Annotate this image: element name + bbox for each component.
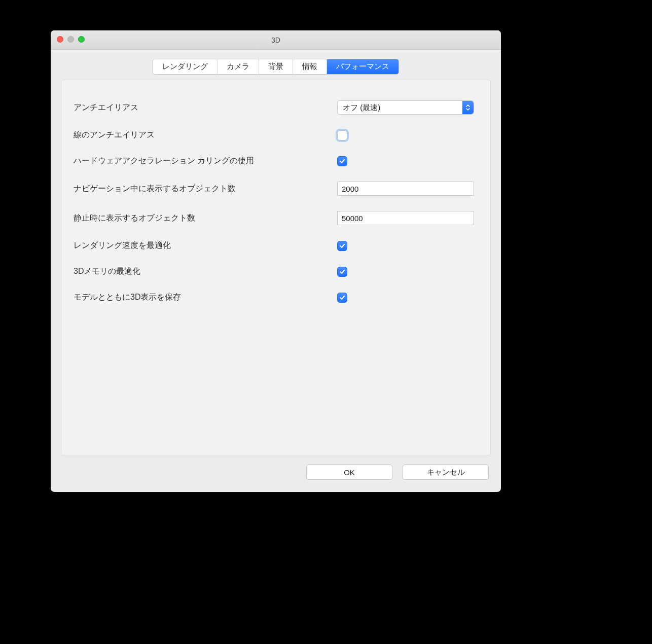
tab-performance[interactable]: パフォーマンス — [327, 59, 399, 74]
titlebar: 3D — [51, 30, 501, 50]
antialias-label: アンチエイリアス — [74, 102, 337, 113]
optimize-render-label: レンダリング速度を最適化 — [74, 240, 337, 251]
line-antialias-checkbox[interactable] — [337, 130, 347, 140]
save-display-checkbox[interactable] — [337, 293, 347, 303]
antialias-select[interactable]: オフ (最速) — [337, 100, 474, 115]
optimize-render-checkbox[interactable] — [337, 241, 347, 251]
zoom-icon[interactable] — [78, 36, 85, 43]
close-icon[interactable] — [57, 36, 63, 43]
tab-rendering[interactable]: レンダリング — [153, 59, 218, 74]
window-controls — [57, 36, 85, 43]
settings-panel: アンチエイリアス オフ (最速) 線のアンチエイリアス — [61, 80, 491, 455]
antialias-value: オフ (最速) — [343, 103, 380, 113]
hw-culling-label: ハードウェアアクセラレーション カリングの使用 — [74, 156, 337, 166]
nav-objects-label: ナビゲーション中に表示するオブジェクト数 — [74, 184, 337, 194]
ok-button[interactable]: OK — [306, 464, 392, 480]
nav-objects-input[interactable]: 2000 — [337, 182, 474, 196]
tab-background[interactable]: 背景 — [259, 59, 293, 74]
dialog-window: 3D レンダリング カメラ 背景 情報 パフォーマンス アンチエイリアス オフ … — [51, 30, 501, 492]
tab-camera[interactable]: カメラ — [218, 59, 259, 74]
still-objects-label: 静止時に表示するオブジェクト数 — [74, 213, 337, 224]
line-antialias-label: 線のアンチエイリアス — [74, 130, 337, 140]
optimize-memory-checkbox[interactable] — [337, 267, 347, 277]
still-objects-input[interactable]: 50000 — [337, 211, 474, 225]
save-display-label: モデルとともに3D表示を保存 — [74, 292, 337, 303]
tab-bar: レンダリング カメラ 背景 情報 パフォーマンス — [51, 59, 501, 75]
minimize-icon — [67, 36, 74, 43]
dialog-footer: OK キャンセル — [51, 455, 501, 492]
tab-info[interactable]: 情報 — [293, 59, 327, 74]
optimize-memory-label: 3Dメモリの最適化 — [74, 266, 337, 277]
chevron-up-down-icon — [462, 101, 474, 114]
window-title: 3D — [271, 36, 280, 44]
cancel-button[interactable]: キャンセル — [403, 464, 489, 480]
hw-culling-checkbox[interactable] — [337, 156, 347, 166]
